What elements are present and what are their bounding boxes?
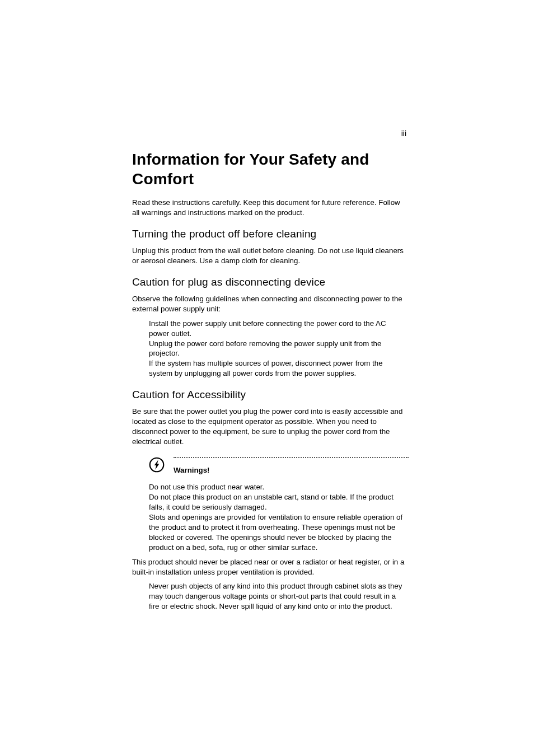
intro-paragraph: Read these instructions carefully. Keep …: [132, 198, 409, 218]
dotted-rule: [174, 457, 409, 463]
warning-item-3: Never push objects of any kind into this…: [149, 581, 406, 612]
body-accessibility: Be sure that the power outlet you plug t…: [132, 407, 409, 447]
intro-plug: Observe the following guidelines when co…: [132, 294, 409, 314]
page-title: Information for Your Safety and Comfort: [132, 150, 409, 189]
heading-accessibility: Caution for Accessibility: [132, 389, 409, 401]
heading-plug: Caution for plug as disconnecting device: [132, 276, 409, 288]
plug-item-1: Unplug the power cord before removing th…: [149, 339, 406, 359]
warnings-list-1: Do not use this product near water. Do n…: [149, 482, 406, 553]
warning-mid: This product should never be placed near…: [132, 557, 409, 577]
warning-item-2: Slots and openings are provided for vent…: [149, 512, 406, 553]
warnings-list-2: Never push objects of any kind into this…: [149, 581, 406, 612]
plug-item-2: If the system has multiple sources of po…: [149, 358, 406, 379]
warnings-label: Warnings!: [174, 466, 409, 474]
body-cleaning: Unplug this product from the wall outlet…: [132, 246, 409, 266]
plug-guidelines: Install the power supply unit before con…: [149, 319, 406, 379]
lightning-icon: [149, 457, 165, 473]
warning-item-1: Do not place this product on an unstable…: [149, 492, 406, 512]
warning-callout: Warnings!: [149, 457, 409, 474]
warning-item-0: Do not use this product near water.: [149, 482, 406, 492]
page-content: Information for Your Safety and Comfort …: [132, 126, 409, 616]
heading-cleaning: Turning the product off before cleaning: [132, 228, 409, 240]
plug-item-0: Install the power supply unit before con…: [149, 319, 406, 339]
